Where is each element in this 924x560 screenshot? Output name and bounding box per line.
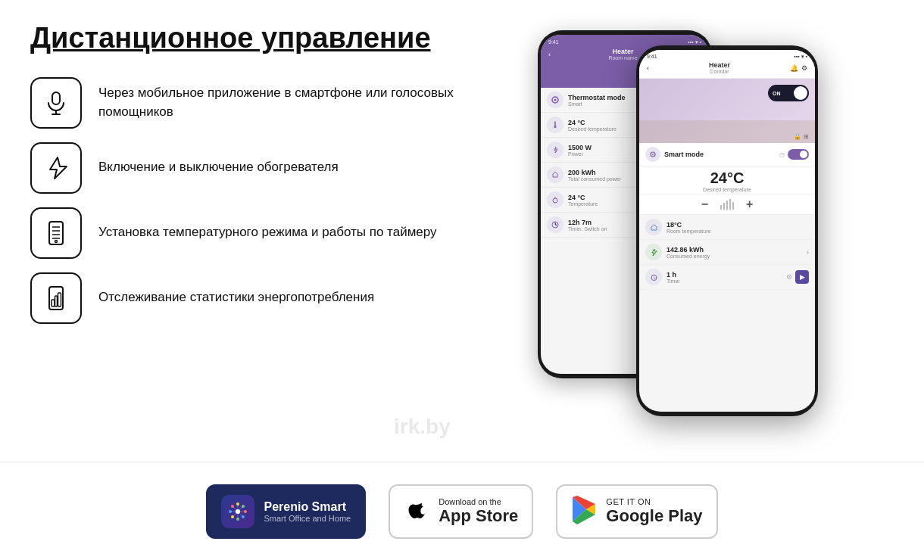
timer-icon [645,269,662,285]
feature-item-stats: Отслеживание статистики энергопотреблени… [30,272,515,324]
perenio-badge[interactable]: Perenio Smart Smart Office and Home [206,484,366,539]
apple-badge[interactable]: Download on the App Store [389,484,533,539]
svg-point-16 [553,198,557,203]
front-toggle-label: ON [773,91,781,96]
energy-icon [645,244,662,260]
svg-point-15 [554,126,557,128]
room-temp-sub: Room temperature [666,229,809,234]
front-phone-subtitle: Corridor [709,69,730,74]
svg-rect-11 [55,296,58,306]
feature-icon-box-stats [30,272,82,324]
google-text: GET IT ON Google Play [606,497,702,526]
timer-item: 1 h Timer ⚙ ▶ [639,265,815,290]
bottom-section: Perenio Smart Smart Office and Home Down… [0,462,924,560]
chart-bars-icon [42,285,70,312]
room-icon [645,219,662,235]
svg-rect-0 [52,92,60,104]
feature-icon-box-timer [30,207,82,259]
timer-settings-icon[interactable]: ⚙ [786,273,792,281]
microphone-icon [42,89,70,117]
svg-point-8 [55,240,58,242]
feature-text-power: Включение и выключение обогревателя [98,158,339,177]
smart-mode-toggle[interactable] [788,149,809,160]
phone-grid-icon [42,219,70,247]
front-phone-time: 9:41 [647,54,657,60]
svg-point-14 [554,99,557,101]
google-play-badge[interactable]: GET IT ON Google Play [556,484,717,539]
apple-store-title: App Store [439,506,518,526]
features-list: Через мобильное приложение в смартфоне и… [30,77,515,324]
front-temp-sub: Desired temperature [639,187,815,192]
timer-sub: Timer [666,278,786,284]
back-phone-signal: ▪▪▪ ▾ ▪ [688,39,701,45]
svg-rect-12 [58,293,61,306]
perenio-title: Perenio Smart [264,500,351,514]
temp-plus-btn[interactable]: + [746,198,753,211]
timer-val: 1 h [666,271,786,278]
feature-text-stats: Отслеживание статистики энергопотреблени… [98,288,374,307]
energy-item: 142.86 kWh Consumed energy › [639,240,815,265]
lightning-icon [42,154,70,182]
google-play-title: Google Play [606,506,702,526]
front-temp: 24°C [639,170,815,187]
room-temp-item: 18°C Room temperature [639,215,815,240]
room-temp-val: 18°C [666,221,809,229]
page-title: Дистанционное управление [30,23,515,54]
energy-sub: Consumed energy [666,254,807,259]
feature-item-power: Включение и выключение обогревателя [30,142,515,194]
feature-text-voice: Через мобильное приложение в смартфоне и… [98,84,515,121]
back-phone-title: Heater [608,48,637,55]
feature-item-timer: Установка температурного режима и работы… [30,207,515,259]
svg-rect-10 [52,300,55,306]
google-play-icon [571,496,597,527]
feature-icon-box-voice [30,77,82,129]
perenio-text: Perenio Smart Smart Office and Home [264,500,351,523]
feature-icon-box-power [30,142,82,194]
energy-val: 142.86 kWh [666,246,807,254]
temp-minus-btn[interactable]: − [701,198,708,211]
back-phone-subtitle: Room name [608,55,637,61]
apple-text: Download on the App Store [439,497,518,526]
feature-text-timer: Установка температурного режима и работы… [98,223,437,242]
front-phone-title: Heater [709,61,730,69]
svg-point-19 [652,154,654,155]
apple-icon [404,496,429,527]
google-pre: GET IT ON [606,497,702,506]
perenio-subtitle: Smart Office and Home [264,514,351,523]
phone-front: 9:41 ▪▪▪ ▾ ▪ ‹ Heater Corridor 🔔 ⚙ [636,45,818,416]
back-phone-time: 9:41 [548,39,559,45]
smart-mode-label: Smart mode [664,151,704,158]
apple-pre: Download on the [439,497,518,506]
feature-item-voice: Через мобильное приложение в смартфоне и… [30,77,515,129]
phone-front-screen: 9:41 ▪▪▪ ▾ ▪ ‹ Heater Corridor 🔔 ⚙ [639,50,815,412]
perenio-icon [221,495,254,528]
svg-rect-3 [49,222,63,244]
timer-play-btn[interactable]: ▶ [795,270,809,284]
